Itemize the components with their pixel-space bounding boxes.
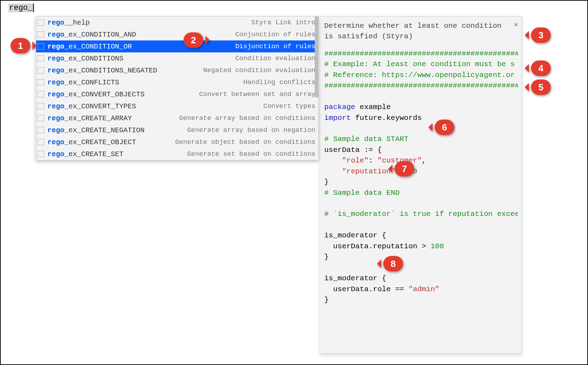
code-line: }	[324, 252, 518, 262]
snippet-icon	[38, 115, 44, 121]
suggest-item[interactable]: rego_ex_CONFLICTSHandling conflicts	[36, 76, 318, 88]
suggest-item-label: rego_ex_CONDITIONS	[47, 55, 123, 63]
close-icon[interactable]: ×	[514, 20, 518, 30]
suggest-item-label: rego_ex_CREATE_SET	[47, 150, 123, 158]
suggest-item-desc: Disjunction of rules	[132, 43, 315, 50]
suggest-item[interactable]: rego_ex_CONVERT_TYPESConvert types	[36, 100, 318, 112]
code-line: # Sample data END	[324, 188, 518, 198]
suggest-item-desc: Conjunction of rules	[136, 31, 315, 38]
suggest-item-label: rego__help	[47, 19, 90, 27]
code-line: # Reference: https://www.openpolicyagent…	[324, 70, 518, 81]
suggest-item-desc: Generate array based on negation	[145, 126, 315, 134]
code-line: "reputation": 100	[324, 166, 518, 177]
code-line: # Example: At least one condition must b…	[324, 59, 518, 70]
annotation-callout-2: 2	[184, 32, 203, 48]
suggest-scrollbar[interactable]	[315, 17, 318, 97]
snippet-icon	[38, 103, 44, 109]
snippet-icon	[38, 67, 44, 73]
suggest-item[interactable]: rego_ex_CONDITION_ANDConjunction of rule…	[36, 28, 318, 40]
suggest-item-desc: Condition evaluation	[123, 55, 315, 62]
code-line	[324, 91, 518, 102]
suggest-item-desc: Negated condition evaluation	[157, 66, 315, 74]
suggest-item-desc: Convert types	[136, 102, 315, 110]
code-line: userData.reputation > 100	[324, 241, 518, 252]
code-line	[324, 263, 518, 273]
code-line: ########################################…	[324, 81, 518, 91]
suggest-item[interactable]: rego_ex_CONDITIONSCondition evaluation	[36, 52, 318, 64]
suggest-item[interactable]: rego_ex_CREATE_SETGenerate set based on …	[36, 148, 318, 160]
code-line: is_moderator {	[324, 273, 518, 284]
suggest-item-desc: Generate set based on conditions	[123, 150, 315, 158]
code-line	[324, 220, 518, 230]
suggest-item[interactable]: rego_ex_CREATE_NEGATIONGenerate array ba…	[36, 124, 318, 136]
suggest-item-desc: Convert between set and array	[145, 90, 315, 98]
suggest-item-label: rego_ex_CONVERT_TYPES	[47, 102, 136, 110]
typed-prefix-text: rego_	[9, 4, 32, 12]
text-cursor	[33, 4, 34, 12]
code-line: is_moderator {	[324, 230, 518, 241]
annotation-callout-5: 5	[531, 79, 551, 95]
suggest-item-label: rego_ex_CONDITION_AND	[47, 31, 136, 39]
code-line	[324, 198, 518, 209]
suggest-item-desc: Handling conflicts	[119, 78, 315, 86]
suggest-item[interactable]: rego_ex_CREATE_ARRAYGenerate array based…	[36, 112, 318, 124]
suggest-item-desc: Generate object based on conditions	[136, 138, 315, 146]
suggest-item-label: rego_ex_CREATE_NEGATION	[47, 126, 145, 134]
snippet-icon	[38, 151, 44, 157]
annotation-callout-3: 3	[531, 27, 551, 43]
code-line: package example	[324, 102, 518, 113]
snippet-icon	[38, 79, 44, 85]
code-line: "role": "customer",	[324, 155, 518, 166]
doc-title: Determine whether at least one condition…	[324, 21, 518, 42]
suggest-item-label: rego_ex_CONDITION_OR	[47, 43, 132, 51]
code-line: import future.keywords	[324, 113, 518, 123]
snippet-icon	[38, 43, 44, 50]
suggest-item-label: rego_ex_CONFLICTS	[47, 78, 119, 87]
code-line: # `is_moderator` is true if reputation e…	[324, 209, 518, 219]
code-line: # Sample data START	[324, 134, 518, 145]
doc-side-panel: × Determine whether at least one conditi…	[320, 16, 522, 354]
suggest-item-label: rego_ex_CREATE_ARRAY	[47, 114, 132, 122]
annotation-callout-7: 7	[395, 161, 414, 177]
snippet-icon	[38, 55, 44, 62]
suggest-item[interactable]: rego_ex_CONVERT_OBJECTSConvert between s…	[36, 88, 318, 100]
suggest-item-label: rego_ex_CONVERT_OBJECTS	[47, 90, 145, 98]
annotation-callout-4: 4	[531, 60, 551, 76]
annotation-callout-1: 1	[11, 38, 30, 53]
snippet-icon	[38, 139, 44, 145]
editor-typed-text[interactable]: rego_	[8, 4, 34, 12]
code-line: }	[324, 295, 518, 305]
annotation-callout-8: 8	[383, 256, 403, 271]
code-line: userData := {	[324, 145, 518, 155]
snippet-icon	[38, 91, 44, 97]
suggest-item-label: rego_ex_CREATE_OBJECT	[47, 138, 136, 146]
snippet-icon	[38, 19, 44, 26]
suggest-item[interactable]: rego_ex_CONDITION_ORDisjunction of rules	[36, 40, 318, 52]
editor-frame: rego_ rego__helpStyra Link introrego_ex_…	[0, 0, 588, 365]
suggest-item[interactable]: rego_ex_CONDITIONS_NEGATEDNegated condit…	[36, 64, 318, 76]
snippet-icon	[38, 31, 44, 38]
suggest-item-label: rego_ex_CONDITIONS_NEGATED	[47, 66, 157, 75]
suggest-item[interactable]: rego__helpStyra Link intro	[36, 17, 318, 28]
annotation-callout-6: 6	[435, 120, 454, 135]
suggest-item-desc: Generate array based on conditions	[132, 114, 315, 122]
code-line	[324, 123, 518, 134]
autocomplete-suggest-panel[interactable]: rego__helpStyra Link introrego_ex_CONDIT…	[36, 16, 319, 160]
code-line: ########################################…	[324, 49, 518, 59]
suggest-item[interactable]: rego_ex_CREATE_OBJECTGenerate object bas…	[36, 136, 318, 148]
doc-code-block: ########################################…	[324, 49, 518, 306]
code-line: userData.role == "admin"	[324, 284, 518, 295]
code-line: }	[324, 177, 518, 187]
suggest-item-desc: Styra Link intro	[90, 19, 315, 26]
snippet-icon	[38, 127, 44, 133]
